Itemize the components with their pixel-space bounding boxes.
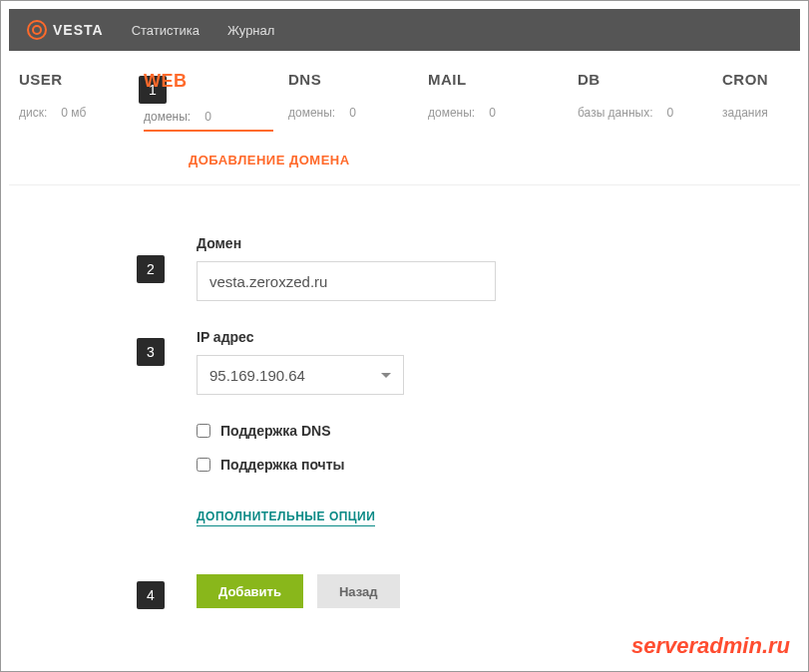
ip-select-value: 95.169.190.64: [209, 367, 305, 384]
mail-support-checkbox[interactable]: [197, 458, 210, 472]
domain-input[interactable]: [197, 261, 496, 301]
dns-support-label: Поддержка DNS: [220, 423, 331, 439]
tab-cron-title: CRON: [722, 71, 784, 88]
domain-label: Домен: [197, 235, 800, 251]
top-bar: VESTA Статистика Журнал: [9, 9, 800, 51]
tab-user-title: USER: [19, 71, 126, 88]
subaction-add-domain[interactable]: ДОБАВЛЕНИЕ ДОМЕНА: [189, 153, 350, 168]
nav-log[interactable]: Журнал: [227, 23, 274, 38]
advanced-options-link[interactable]: ДОПОЛНИТЕЛЬНЫЕ ОПЦИИ: [197, 509, 375, 526]
tab-mail-sub-label: домены:: [428, 106, 475, 120]
mail-support-label: Поддержка почты: [220, 457, 345, 473]
annotation-badge-3: 3: [137, 338, 165, 366]
tab-db-sub-value: 0: [667, 106, 674, 120]
brand-logo[interactable]: VESTA: [27, 20, 104, 40]
tab-mail[interactable]: MAIL домены: 0: [428, 71, 578, 132]
tab-db[interactable]: DB базы данных: 0: [578, 71, 722, 132]
vesta-logo-icon: [27, 20, 47, 40]
ip-label: IP адрес: [197, 329, 800, 345]
tab-web-sub-value: 0: [204, 110, 211, 124]
back-button[interactable]: Назад: [317, 574, 400, 608]
brand-text: VESTA: [53, 22, 104, 38]
tab-dns-sub-value: 0: [349, 106, 356, 120]
chevron-down-icon: [381, 373, 391, 378]
tab-user-sub-label: диск:: [19, 106, 47, 120]
tab-db-title: DB: [578, 71, 704, 88]
tab-db-sub-label: базы данных:: [578, 106, 653, 120]
tab-mail-title: MAIL: [428, 71, 560, 88]
ip-select[interactable]: 95.169.190.64: [197, 355, 404, 395]
nav-stats[interactable]: Статистика: [132, 23, 200, 38]
dns-support-row: Поддержка DNS: [197, 423, 800, 439]
mail-support-row: Поддержка почты: [197, 457, 800, 473]
field-domain: Домен: [197, 235, 800, 301]
tab-cron[interactable]: CRON задания: [722, 71, 802, 132]
tab-dns[interactable]: DNS домены: 0: [288, 71, 428, 132]
tab-cron-sub-label: задания: [722, 106, 768, 120]
subaction-row: ДОБАВЛЕНИЕ ДОМЕНА: [9, 133, 800, 185]
annotation-badge-4: 4: [137, 581, 165, 609]
annotation-badge-2: 2: [137, 255, 165, 283]
section-tabs: USER диск: 0 мб WEB домены: 0 DNS домены…: [9, 51, 800, 133]
dns-support-checkbox[interactable]: [197, 424, 210, 438]
tab-user-sub-value: 0 мб: [61, 106, 86, 120]
tab-web-underline: [144, 130, 273, 132]
tab-web-sub-label: домены:: [144, 110, 191, 124]
add-button[interactable]: Добавить: [197, 574, 303, 608]
tab-web-title: WEB: [144, 71, 270, 92]
tab-mail-sub-value: 0: [489, 106, 496, 120]
tab-dns-title: DNS: [288, 71, 410, 88]
watermark: serveradmin.ru: [631, 633, 790, 659]
button-row: Добавить Назад: [197, 574, 800, 608]
tab-dns-sub-label: домены:: [288, 106, 335, 120]
field-ip: IP адрес 95.169.190.64: [197, 329, 800, 395]
add-domain-form: Домен IP адрес 95.169.190.64 Поддержка D…: [9, 185, 800, 608]
tab-user[interactable]: USER диск: 0 мб: [19, 71, 144, 132]
tab-web[interactable]: WEB домены: 0: [144, 71, 288, 132]
